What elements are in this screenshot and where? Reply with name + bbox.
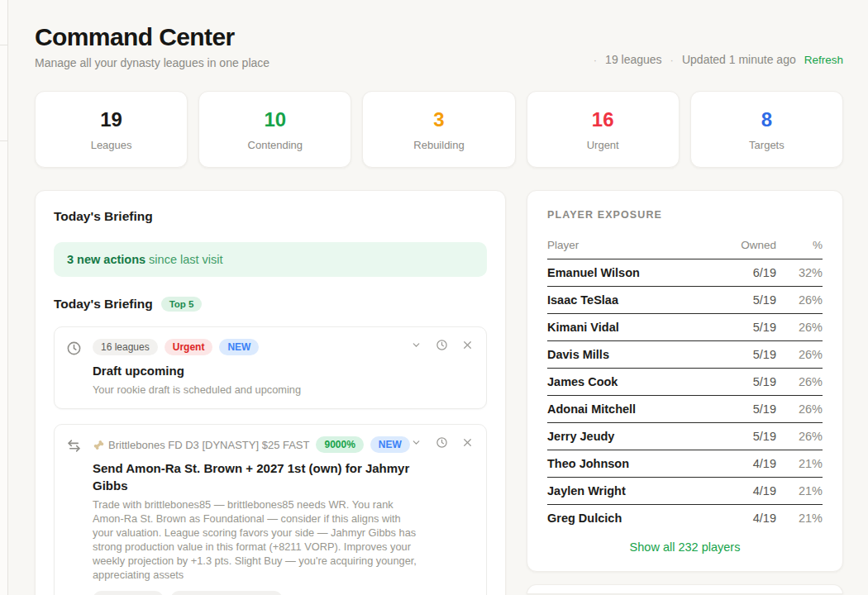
column-percent: % <box>776 232 823 259</box>
page-subtitle: Manage all your dynasty leagues in one p… <box>35 56 269 69</box>
owned-percent: 26% <box>776 396 823 423</box>
table-row: Kimani Vidal5/1926% <box>547 314 823 341</box>
command-center-page: Command Center Manage all your dynasty l… <box>8 0 868 595</box>
stat-card-leagues[interactable]: 19 Leagues <box>35 91 188 168</box>
stat-label: Rebuilding <box>413 139 464 151</box>
stat-label: Leagues <box>91 139 132 151</box>
chevron-down-icon[interactable] <box>411 340 422 350</box>
clock-icon <box>66 339 84 397</box>
show-all-players-link[interactable]: Show all 232 players <box>630 540 741 554</box>
owned-percent: 21% <box>776 450 823 478</box>
owned-count: 4/19 <box>725 478 776 505</box>
action-card-content: Brittlebones FD D3 [DYNASTY] $25 FAST 90… <box>93 436 473 595</box>
column-owned: Owned <box>725 232 776 259</box>
new-actions-rest: since last visit <box>145 253 222 266</box>
left-column: Today's Briefing 3 new actions since las… <box>35 190 506 595</box>
stat-card-contending[interactable]: 10 Contending <box>198 91 351 168</box>
snooze-clock-icon[interactable] <box>436 436 448 449</box>
stat-value: 10 <box>264 108 286 131</box>
player-name: Adonai Mitchell <box>547 396 725 423</box>
meta-separator: · <box>670 54 674 66</box>
snooze-clock-icon[interactable] <box>436 339 448 351</box>
card-controls <box>411 339 473 351</box>
player-name: Emanuel Wilson <box>547 259 725 287</box>
table-row: Theo Johnson4/1921% <box>547 450 823 478</box>
league-count-pill: 16 leagues <box>93 339 158 355</box>
close-icon[interactable] <box>462 340 473 350</box>
action-description: Your rookie draft is scheduled and upcom… <box>93 383 422 397</box>
league-count-text: 19 leagues <box>605 53 662 66</box>
urgent-pill: Urgent <box>165 339 213 355</box>
dynasty-verdict-tag: Dynasty: Slight Buy <box>170 591 282 595</box>
new-actions-count: 3 new actions <box>67 253 145 266</box>
stat-card-rebuilding[interactable]: 3 Rebuilding <box>362 91 515 168</box>
stat-value: 16 <box>592 108 614 131</box>
owned-percent: 32% <box>776 259 823 287</box>
owned-count: 5/19 <box>725 396 776 423</box>
todays-briefing-panel: Today's Briefing 3 new actions since las… <box>35 190 506 595</box>
show-all-row: Show all 232 players <box>547 540 823 555</box>
sidebar-collapsed-edge <box>0 0 8 595</box>
stat-card-targets[interactable]: 8 Targets <box>690 91 843 168</box>
owned-percent: 26% <box>776 314 823 341</box>
player-name: Kimani Vidal <box>547 314 725 341</box>
owned-count: 4/19 <box>725 450 776 478</box>
owned-count: 6/19 <box>725 259 776 287</box>
player-name: James Cook <box>547 369 725 396</box>
player-exposure-panel: PLAYER EXPOSURE Player Owned % Emanuel W… <box>527 190 843 572</box>
refresh-button[interactable]: Refresh <box>804 54 843 66</box>
bone-icon <box>93 439 105 451</box>
owned-count: 5/19 <box>725 314 776 341</box>
action-card-draft[interactable]: 16 leagues Urgent NEW Draft upcoming You… <box>54 326 487 409</box>
player-name: Jaylen Wright <box>547 478 725 505</box>
stat-label: Contending <box>248 139 303 151</box>
header-meta: · 19 leagues · Updated 1 minute ago Refr… <box>594 53 843 69</box>
player-name: Greg Dulcich <box>547 505 725 532</box>
action-title: Send Amon-Ra St. Brown + 2027 1st (own) … <box>93 460 419 494</box>
briefing-panel-title: Today's Briefing <box>54 209 487 224</box>
projection-tag: +1.3 pts/wk <box>93 591 164 595</box>
card-controls <box>411 436 473 449</box>
close-icon[interactable] <box>462 437 473 448</box>
next-panel-partial <box>527 584 843 594</box>
owned-count: 5/19 <box>725 341 776 369</box>
table-row: Isaac TeSlaa5/1926% <box>547 287 823 314</box>
chevron-down-icon[interactable] <box>411 437 422 448</box>
stat-label: Urgent <box>587 139 619 151</box>
page-header: Command Center Manage all your dynasty l… <box>35 23 843 69</box>
table-row: Adonai Mitchell5/1926% <box>547 396 823 423</box>
player-name: Davis Mills <box>547 341 725 369</box>
owned-percent: 21% <box>776 505 823 532</box>
owned-percent: 26% <box>776 287 823 314</box>
table-row: Jaylen Wright4/1921% <box>547 478 823 505</box>
stat-value: 8 <box>761 108 772 131</box>
new-pill: NEW <box>219 339 259 355</box>
action-card-trade[interactable]: Brittlebones FD D3 [DYNASTY] $25 FAST 90… <box>54 424 487 595</box>
table-row: James Cook5/1926% <box>547 369 823 396</box>
stat-card-urgent[interactable]: 16 Urgent <box>527 91 680 168</box>
column-player: Player <box>547 232 725 259</box>
owned-count: 5/19 <box>725 369 776 396</box>
table-row: Davis Mills5/1926% <box>547 341 823 369</box>
owned-percent: 21% <box>776 478 823 505</box>
header-left: Command Center Manage all your dynasty l… <box>35 23 269 69</box>
stat-label: Targets <box>749 139 785 151</box>
league-name-label: Brittlebones FD D3 [DYNASTY] $25 FAST <box>93 439 309 451</box>
tag-row: +1.3 pts/wk Dynasty: Slight Buy <box>93 591 473 595</box>
stat-value: 19 <box>100 108 122 131</box>
action-title: Draft upcoming <box>93 363 419 379</box>
owned-percent: 26% <box>776 341 823 369</box>
new-actions-banner: 3 new actions since last visit <box>54 242 487 277</box>
page-title: Command Center <box>35 23 269 51</box>
owned-count: 5/19 <box>725 287 776 314</box>
sidebar-divider <box>0 45 7 45</box>
table-row: Greg Dulcich4/1921% <box>547 505 823 532</box>
sidebar-divider <box>0 140 7 141</box>
owned-count: 4/19 <box>725 505 776 532</box>
player-name: Isaac TeSlaa <box>547 287 725 314</box>
main-content: Today's Briefing 3 new actions since las… <box>35 190 843 595</box>
trade-arrows-icon <box>66 436 84 595</box>
right-column: PLAYER EXPOSURE Player Owned % Emanuel W… <box>527 190 843 594</box>
briefing-section-title: Today's Briefing <box>54 297 153 312</box>
new-pill: NEW <box>370 436 410 453</box>
